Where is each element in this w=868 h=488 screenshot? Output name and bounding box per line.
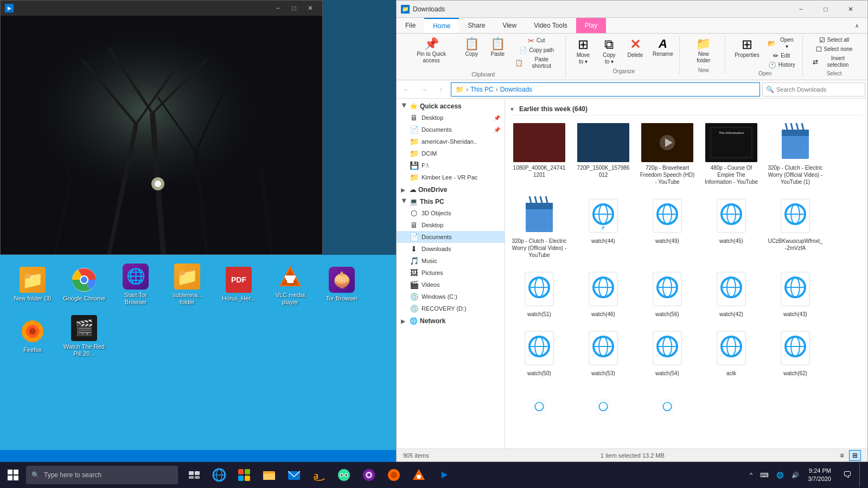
open-button[interactable]: 📂 Open ▾ [764,36,799,51]
copy-button[interactable]: 📋 Copy [459,36,483,60]
taskbar-tor[interactable] [357,463,381,487]
delete-button[interactable]: ✕ Delete [623,36,647,61]
sidebar-item-desktop[interactable]: 🖥 Desktop 📌 [397,112,505,124]
file-item-f4[interactable]: The Information 480p - Course Of Empire … [701,120,761,189]
move-to-button[interactable]: ⊞ Moveto ▾ [571,36,595,67]
file-item-watch50[interactable]: watch(50) [509,325,569,380]
file-item-partial-3[interactable] [637,384,697,430]
clock[interactable]: 9:24 PM 3/7/2020 [803,467,835,484]
history-button[interactable]: 🕐 History [764,61,799,69]
desktop-icon-new-folder[interactable]: 📁 New folder (3) [8,260,57,309]
show-desktop-button[interactable] [859,463,864,487]
taskbar-mail[interactable] [282,463,306,487]
address-path[interactable]: 📁 › This PC › Downloads [451,82,760,97]
file-item-partial-1[interactable] [509,384,569,430]
desktop-icon-chrome[interactable]: Google Chrome [60,260,108,309]
file-item-f5[interactable]: 320p - Clutch - Electric Worry (Official… [765,120,825,189]
sidebar-item-windows-c[interactable]: 💿 Windows (C:) [397,291,505,303]
network-header[interactable]: ▶ 🌐 Network [397,316,505,326]
cut-button[interactable]: ✂ Cut [512,36,561,46]
desktop-icon-subliminal[interactable]: 📁 'sublimina... folder [163,260,212,309]
tab-home[interactable]: Home [424,18,459,33]
sidebar-item-videos[interactable]: 🎬 Videos [397,279,505,291]
pin-quick-access-button[interactable]: 📌 Pin to Quick access [405,36,457,66]
taskbar-ie[interactable] [207,463,231,487]
tray-chevron[interactable]: ^ [748,471,755,479]
sidebar-item-desktop-pc[interactable]: 🖥 Desktop [397,219,505,231]
file-item-f1[interactable]: 1080P_4000K_247411201 [509,120,569,189]
tray-keyboard[interactable]: ⌨ [758,471,771,480]
sidebar-item-music[interactable]: 🎵 Music [397,255,505,267]
properties-button[interactable]: ⊞ Properties [731,36,762,61]
file-item-aclk[interactable]: aclk [701,325,761,380]
fe-maximize-button[interactable]: □ [813,1,838,18]
search-input[interactable] [776,86,861,93]
sidebar-item-downloads-pc[interactable]: ⬇ Downloads [397,243,505,255]
tab-video-tools[interactable]: Video Tools [525,18,576,33]
edit-button[interactable]: ✏ Edit [764,52,799,60]
taskbar-vlc[interactable] [407,463,431,487]
file-item-watch56[interactable]: watch(56) [637,266,697,321]
sidebar-item-recovery-d[interactable]: 💿 RECOVERY (D:) [397,303,505,314]
desktop-icon-vlc[interactable]: VLC media player [266,260,315,309]
file-item-watch53[interactable]: watch(53) [573,325,633,380]
taskbar-search-bar[interactable]: 🔍 Type here to search [26,466,178,484]
file-item-f2[interactable]: 720P_1500K_157986012 [573,120,633,189]
fe-minimize-button[interactable]: − [788,1,813,18]
file-item-f3[interactable]: 720p - Braveheart Freedom Speech (HD) - … [637,120,697,189]
file-item-f6[interactable]: 320p - Clutch - Electric Worry (Official… [509,193,569,262]
up-button[interactable]: ↑ [433,82,449,97]
sidebar-item-documents[interactable]: 📄 Documents 📌 [397,124,505,136]
path-this-pc[interactable]: This PC [470,86,494,93]
file-item-uczb[interactable]: UCzBKwuocupWfmxt_-2mVzfA [765,193,825,262]
file-item-watch54[interactable]: watch(54) [637,325,697,380]
desktop-icon-watch-red-pill[interactable]: 🎬 Watch The Red Pill 20... [60,312,108,361]
section-header[interactable]: ▼ Earlier this week (640) [509,103,863,115]
file-item-watch42[interactable]: watch(42) [701,266,761,321]
tab-view[interactable]: View [494,18,525,33]
file-item-watch49[interactable]: watch(49) [637,193,697,262]
desktop-icon-horus[interactable]: PDF Horus_Her... [214,260,263,309]
ribbon-collapse-button[interactable]: ∧ [846,18,867,33]
tray-volume[interactable]: 🔊 [789,471,801,480]
sidebar-item-documents-pc[interactable]: 📄 Documents [397,231,505,243]
taskbar-browser2[interactable] [382,463,406,487]
fe-close-button[interactable]: ✕ [838,1,863,18]
sidebar-item-pictures[interactable]: 🖼 Pictures [397,267,505,279]
copy-path-button[interactable]: 📄 Copy path [512,46,561,55]
new-folder-button[interactable]: 📁 Newfolder [687,36,720,66]
sidebar-item-americavr[interactable]: 📁 americavr-Sheridan.. [397,136,505,147]
path-downloads[interactable]: Downloads [500,86,532,93]
sidebar-item-3d-objects[interactable]: ⬡ 3D Objects [397,207,505,219]
paste-button[interactable]: 📋 Paste [486,36,509,60]
tab-share[interactable]: Share [459,18,494,33]
sidebar-item-f-drive[interactable]: 💾 F:\ [397,159,505,171]
grid-view-button[interactable]: ⊞ [849,450,861,461]
tab-play[interactable]: Play [576,18,606,33]
file-item-watch45[interactable]: watch(45) [701,193,761,262]
file-item-watch46[interactable]: watch(46) [573,266,633,321]
this-pc-header[interactable]: ▶ 💻 This PC [397,196,505,207]
notification-button[interactable]: 🗨 [838,463,857,487]
quick-access-header[interactable]: ▶ ⭐ Quick access [397,101,505,112]
taskbar-file-explorer[interactable] [257,463,281,487]
desktop-icon-firefox[interactable]: Firefox [8,312,57,361]
onedrive-header[interactable]: ▶ ☁ OneDrive [397,184,505,195]
file-item-watch44[interactable]: e watch(44) [573,193,633,262]
file-item-watch43[interactable]: watch(43) [765,266,825,321]
copy-to-button[interactable]: ⧉ Copyto ▾ [597,36,621,67]
taskbar-task-view[interactable] [182,463,206,487]
taskbar-tripadvisor[interactable] [332,463,356,487]
select-none-button[interactable]: ☐ Select none [809,45,859,54]
taskbar-store[interactable] [232,463,256,487]
select-all-button[interactable]: ☑ Select all [809,36,859,44]
file-item-partial-2[interactable] [573,384,633,430]
desktop-icon-start-tor[interactable]: 🌐 Start Tor Browser [111,260,160,309]
back-button[interactable]: ← [399,82,414,97]
desktop-icon-tor[interactable]: 🧅 Tor Browser [317,260,366,309]
taskbar-amazon[interactable]: a [307,463,331,487]
rename-button[interactable]: A Rename [649,36,676,60]
tab-file[interactable]: File [397,18,424,33]
video-close-button[interactable]: ✕ [303,3,318,14]
paste-shortcut-button[interactable]: 📋 Paste shortcut [512,55,561,70]
